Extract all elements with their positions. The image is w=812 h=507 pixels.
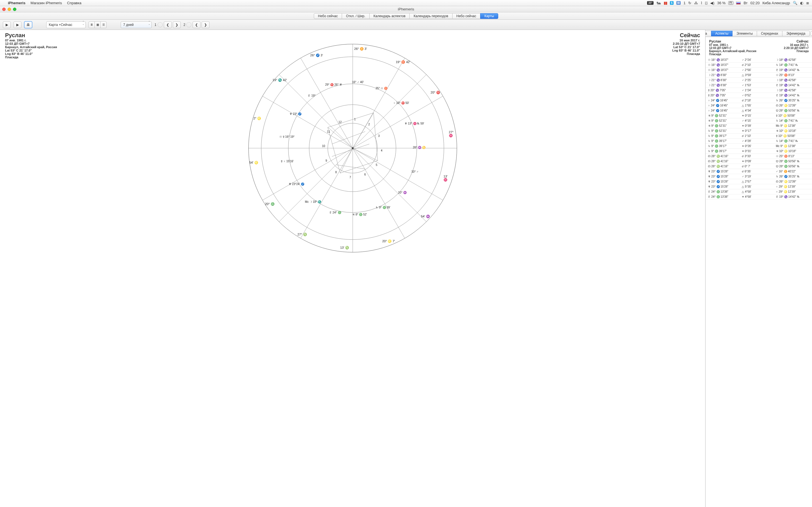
minimize-button[interactable] bbox=[8, 8, 11, 11]
chart-type-select[interactable]: Карта +Сейчас bbox=[46, 21, 86, 28]
aspect-cell: ♇ 19° ♑ 14'42" ℞ bbox=[776, 94, 810, 97]
aspect-row[interactable]: ♆ 23° ♐ 15'28"♂ 3°19'♄ 26° ♐ 35'25" ℞ bbox=[706, 174, 812, 179]
clock-time[interactable]: 02:20 bbox=[751, 1, 760, 5]
play-button-1[interactable]: ▶ bbox=[3, 21, 11, 28]
aspect-row[interactable]: ♄ 9° ♎ 39'17"☌ 1°10'☿ 10° ♌ 50'08" bbox=[706, 133, 812, 138]
pause-icon[interactable]: ▮▮ bbox=[664, 1, 667, 5]
range-select[interactable]: 7 дней bbox=[121, 21, 152, 28]
timemachine-icon[interactable]: ↻ bbox=[688, 1, 691, 5]
chart1-place: Барнаул, Алтайский край, Россия bbox=[5, 45, 57, 49]
aspect-row[interactable]: ♆ 23° ♐ 15'28"△ 5°35'♀ 29° ♌ 12'39" bbox=[706, 184, 812, 189]
app-name[interactable]: iPhemeris bbox=[8, 1, 26, 5]
aspect-tab-ephemeris[interactable]: Эфемерида bbox=[782, 31, 809, 36]
aspect-row[interactable]: ♇ 24° ♎ 13'38"△ 4°58'♀ 29° ♌ 12'39" bbox=[706, 189, 812, 194]
tab-declination[interactable]: Откл. / Шир. bbox=[342, 13, 369, 19]
bluetooth-icon[interactable]: ⁂ bbox=[694, 1, 698, 5]
aspect-tab-midpoints[interactable]: Серединах bbox=[757, 31, 782, 36]
wheel-mark: 6 bbox=[364, 173, 366, 176]
print-button[interactable]: 🖶 bbox=[24, 21, 32, 28]
aspect-row[interactable]: ☽ 21° ♑ 8'30"△ 3°59'☉ 25° ♉ 8'13" bbox=[706, 73, 812, 78]
tab-aspect-calendar[interactable]: Календарь аспектов bbox=[369, 13, 410, 19]
skype-icon[interactable]: S bbox=[670, 1, 673, 5]
aspect-cell: ☽ 18° ♑ 42'58" bbox=[776, 89, 810, 92]
tab-charts[interactable]: Карты bbox=[480, 13, 498, 19]
nav2-prev[interactable]: ❮ bbox=[193, 21, 200, 28]
wheel-mark: ☉ ☿ 16° 19° bbox=[280, 135, 295, 138]
wheel-mark: 19° ♏ 42' bbox=[273, 78, 287, 82]
play-button-2[interactable]: ▶ bbox=[13, 21, 21, 28]
input-source-flag[interactable] bbox=[736, 1, 741, 4]
aspect-row[interactable]: ♀ 24° ♐ 16'45"△ 1°55'☊ 26° ♌ 12'39" bbox=[706, 103, 812, 108]
view-list-icon[interactable]: ≣ bbox=[89, 21, 95, 28]
aspect-cell: ♂ 2°25' bbox=[742, 78, 776, 82]
aspect-row[interactable]: ☿ 20° ♑ 7'05"♂ 1°24'☽ 18° ♑ 42'58" bbox=[706, 88, 812, 93]
astro-wheel[interactable]: 26° ♊ 3'19° ♉ 42'20° ♈27° ♓13' ♓54' ♒20°… bbox=[248, 44, 457, 252]
aspect-row[interactable]: ☿ 20° ♑ 7'05"♂ 0°52'♇ 19° ♑ 14'42" ℞ bbox=[706, 93, 812, 98]
aspect-row[interactable]: ☉ 16° ♑ 18'37"☌ 2°10'♄ 14° ♎ 7'41" ℞ bbox=[706, 62, 812, 68]
aspect-cell: ♇ 19° ♑ 14'42" ℞ bbox=[776, 195, 810, 198]
aspect-row[interactable]: ☉ 16° ♑ 18'37"♂ 2°56'♇ 19° ♑ 14'42" ℞ bbox=[706, 68, 812, 73]
aspect-row[interactable]: ☉ 16° ♑ 18'37"♂ 2°24'☽ 18° ♑ 42'58" bbox=[706, 57, 812, 62]
volume-icon[interactable]: ◀) bbox=[710, 1, 714, 5]
view-rows-icon[interactable]: ☰ bbox=[100, 21, 107, 28]
aspect-row[interactable]: ♆ 23° ♐ 15'28"☌ 6°35'♂ 16° ♊ 40'22" bbox=[706, 169, 812, 174]
view-grid-icon[interactable]: ▦ bbox=[94, 21, 101, 28]
aspect-table[interactable]: ☉ 16° ♑ 18'37"♂ 2°24'☽ 18° ♑ 42'58"☉ 16°… bbox=[706, 57, 812, 507]
aspect-row[interactable]: ☽ 21° ♑ 8'30"♂ 2°25'☽ 18° ♑ 42'58" bbox=[706, 78, 812, 83]
aspect-cell: ♃ 9° ♎ 52'31" bbox=[708, 124, 742, 127]
aspect-row[interactable]: ♄ 9° ♎ 39'17"♂ 4°28'♄ 14° ♎ 7'41" ℞ bbox=[706, 138, 812, 144]
aspect-row[interactable]: ☽ 21° ♑ 8'30"♂ 1°53'♇ 19° ♑ 14'42" ℞ bbox=[706, 83, 812, 88]
chart1-lng: Lng 83° B 46' 11.0" bbox=[5, 52, 57, 55]
aspect-row[interactable]: ♀ 24° ♐ 16'45"△ 4°34'☋ 28° ♎ 50'56" ℞ bbox=[706, 108, 812, 113]
nav1-next[interactable]: ❯ bbox=[173, 21, 181, 28]
spotlight-icon[interactable]: 🔍 bbox=[793, 1, 797, 5]
aspect-row[interactable]: ♆ 23° ♐ 15'28"△ 2°57'☊ 26° ♌ 12'39" bbox=[706, 179, 812, 184]
close-button[interactable] bbox=[2, 8, 6, 11]
aspect-cell: ♇ 24° ♎ 13'38" bbox=[708, 195, 742, 198]
aspect-cell: △ 1°55' bbox=[742, 104, 776, 107]
siri-icon[interactable]: ◐ bbox=[800, 1, 803, 5]
wheel-mark: 9 bbox=[325, 159, 327, 162]
aspect-row[interactable]: ☊ 28° ♍ 41'16"✶ 0°09'☋ 28° ♎ 50'56" ℞ bbox=[706, 159, 812, 164]
font-small-button[interactable]: A bbox=[811, 31, 812, 36]
nav-group-2: 2 ❮ ❯ bbox=[184, 21, 210, 28]
aspect-cell: ☌ 3°33' bbox=[742, 155, 776, 158]
bug-icon[interactable]: 🐜 bbox=[656, 1, 661, 5]
wheel-mark: ♆ 13° ♓ ℞ 59' bbox=[405, 122, 424, 125]
aspect-row[interactable]: ♃ 9° ♎ 52'31"✶ 0°39'Mc 9° ♌ 12'38" bbox=[706, 123, 812, 128]
menu-item-help[interactable]: Справка bbox=[67, 1, 82, 5]
aspect-row[interactable]: ♇ 24° ♎ 13'38"✶ 4°58'♇ 19° ♑ 14'42" ℞ bbox=[706, 194, 812, 200]
tab-sky-now-1[interactable]: Небо сейчас bbox=[314, 13, 342, 19]
aspect-tab-aspects[interactable]: Аспекты bbox=[711, 31, 733, 36]
aspect-row[interactable]: ♄ 9° ♎ 39'17"✶ 0°31'♃ 10° ♌ 10'18" bbox=[706, 149, 812, 154]
nav1-wheel-icon[interactable] bbox=[158, 22, 163, 27]
airplay-icon[interactable]: ⌼ bbox=[705, 1, 707, 5]
nav2-wheel-icon[interactable] bbox=[186, 22, 192, 27]
aspect-cell: ♄ 9° ♎ 39'17" bbox=[708, 145, 742, 148]
tab-transit-calendar[interactable]: Календарь переходов bbox=[409, 13, 452, 19]
aspect-row[interactable]: ♃ 9° ♎ 52'31"♂ 4°15'♄ 14° ♎ 7'41" ℞ bbox=[706, 118, 812, 123]
zoom-button[interactable] bbox=[13, 8, 16, 11]
menu-item-store[interactable]: Магазин iPhemeris bbox=[31, 1, 62, 5]
aspect-row[interactable]: ☊ 28° ♍ 41'16"☌ 0° 7'☋ 28° ♎ 50'56" ℞ bbox=[706, 164, 812, 169]
wheel-mark: 25° ☉ ♉ bbox=[375, 87, 388, 90]
wifi-icon[interactable]: ⌇ bbox=[701, 1, 702, 5]
notification-center-icon[interactable]: ≣ bbox=[806, 1, 809, 5]
nav1-prev[interactable]: ❮ bbox=[164, 21, 172, 28]
temperature-badge[interactable]: 38° bbox=[647, 1, 654, 5]
vk-icon[interactable]: W bbox=[676, 1, 680, 5]
tab-sky-now-2[interactable]: Небо сейчас bbox=[452, 13, 480, 19]
aspect-row[interactable]: ♄ 9° ♎ 52'31"✶ 0°17'♃ 10° ♌ 10'18" bbox=[706, 128, 812, 133]
day[interactable]: Вт bbox=[744, 1, 748, 5]
aspect-tab-elements[interactable]: Элементы bbox=[732, 31, 757, 36]
user-name[interactable]: Киба Александр bbox=[762, 1, 790, 5]
wheel-mark: Mc ☽ 18° ♏ bbox=[305, 200, 321, 203]
aspect-row[interactable]: ♄ 9° ♎ 39'17"✶ 0°26'Mc 9° ♌ 12'38" bbox=[706, 144, 812, 149]
battery-icon[interactable]: 🗔 bbox=[728, 1, 733, 5]
nav2-next[interactable]: ❯ bbox=[202, 21, 209, 28]
aspect-row[interactable]: ♃ 9° ♎ 52'31"✶ 0°15'☿ 10° ♌ 50'08" bbox=[706, 113, 812, 118]
aspect-cell: ☽ 21° ♑ 8'30" bbox=[708, 73, 742, 76]
aspect-row[interactable]: ♀ 24° ♐ 16'45"☌ 2°18'♄ 26° ♐ 35'25" ℞ bbox=[706, 98, 812, 103]
battery-pct[interactable]: 36 % bbox=[717, 1, 726, 5]
aspect-row[interactable]: ☊ 28° ♍ 41'16"☌ 3°33'☉ 25° ♉ 8'13" bbox=[706, 154, 812, 159]
